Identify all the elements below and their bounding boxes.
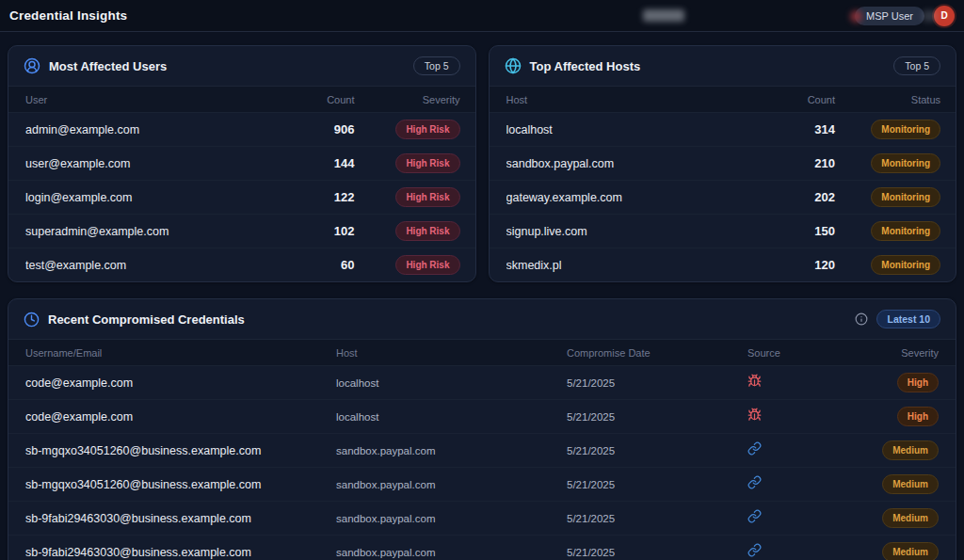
credential-host: sandbox.paypal.com [336, 513, 567, 524]
top5-badge: Top 5 [413, 56, 460, 75]
redacted-text [643, 9, 684, 22]
credential-username: sb-9fabi29463030@business.example.com [25, 546, 336, 559]
credential-row[interactable]: sb-9fabi29463030@business.example.com sa… [8, 535, 956, 560]
user-count: 60 [298, 258, 355, 272]
card-title: Most Affected Users [49, 59, 405, 73]
credential-host: localhost [336, 377, 567, 389]
link-icon [747, 441, 762, 456]
credential-username: sb-mgqxo34051260@business.example.com [25, 444, 336, 457]
credential-host: sandbox.paypal.com [336, 445, 567, 456]
link-icon [747, 543, 762, 557]
user-count: 906 [298, 122, 355, 136]
user-row[interactable]: test@example.com 60 High Risk [8, 248, 475, 281]
status-badge: Monitoring [871, 255, 940, 275]
severity-badge: High Risk [395, 255, 459, 275]
credential-date: 5/21/2025 [567, 377, 747, 389]
credential-username: sb-mgqxo34051260@business.example.com [25, 478, 336, 491]
clock-icon [24, 312, 40, 328]
severity-badge: High Risk [395, 187, 459, 207]
credential-username: code@example.com [25, 410, 336, 424]
link-icon [747, 475, 762, 489]
severity-badge: High [897, 407, 939, 426]
credential-row[interactable]: code@example.com localhost 5/21/2025 Hig… [8, 365, 956, 399]
credential-date: 5/21/2025 [567, 445, 747, 456]
credential-date: 5/21/2025 [567, 411, 747, 423]
user-row[interactable]: user@example.com 144 High Risk [8, 146, 475, 180]
most-affected-users-card: Most Affected Users Top 5 User Count Sev… [8, 45, 476, 282]
table-header: User Count Severity [8, 87, 475, 112]
user-email: user@example.com [25, 157, 298, 170]
card-title: Top Affected Hosts [530, 59, 886, 73]
severity-badge: High Risk [395, 120, 459, 139]
credential-host: localhost [336, 411, 567, 423]
status-badge: Monitoring [871, 153, 940, 173]
severity-badge: High [897, 373, 939, 392]
credential-date: 5/21/2025 [567, 479, 747, 490]
host-count: 202 [779, 190, 835, 204]
credential-date: 5/21/2025 [567, 513, 747, 524]
status-badge: Monitoring [871, 120, 940, 139]
user-row[interactable]: superadmin@example.com 102 High Risk [8, 214, 475, 248]
credential-username: code@example.com [25, 376, 336, 390]
host-name: sandbox.paypal.com [506, 157, 779, 170]
host-row[interactable]: sandbox.paypal.com 210 Monitoring [490, 146, 956, 180]
credential-host: sandbox.paypal.com [336, 479, 567, 490]
status-badge: Monitoring [871, 221, 940, 241]
host-name: localhost [506, 123, 779, 136]
link-icon [747, 509, 762, 523]
user-email: test@example.com [25, 259, 298, 272]
dashboard-main: Most Affected Users Top 5 User Count Sev… [0, 32, 964, 560]
severity-badge: Medium [882, 542, 939, 560]
user-email: login@example.com [25, 191, 298, 204]
table-header: Username/Email Host Compromise Date Sour… [8, 340, 956, 365]
top-bar: Credential Insights MSP User D [0, 0, 964, 32]
severity-badge: Medium [882, 508, 939, 528]
msp-user-badge: MSP User [855, 7, 924, 25]
user-count: 122 [298, 190, 355, 204]
user-count: 144 [298, 156, 355, 170]
user-circle-icon [24, 57, 40, 74]
globe-icon [505, 57, 522, 74]
bug-icon [747, 374, 762, 388]
host-row[interactable]: signup.live.com 150 Monitoring [490, 214, 956, 248]
user-row[interactable]: login@example.com 122 High Risk [8, 180, 475, 214]
host-name: signup.live.com [506, 225, 779, 238]
host-name: skmedix.pl [506, 259, 779, 272]
host-row[interactable]: skmedix.pl 120 Monitoring [490, 248, 956, 281]
credential-date: 5/21/2025 [567, 547, 747, 558]
latest10-badge: Latest 10 [876, 310, 940, 328]
status-badge: Monitoring [871, 187, 940, 207]
avatar[interactable]: D [934, 6, 955, 26]
host-count: 150 [779, 224, 835, 238]
top5-badge: Top 5 [893, 56, 940, 75]
user-count: 102 [298, 224, 355, 238]
page-title: Credential Insights [9, 8, 127, 23]
host-name: gateway.example.com [506, 191, 779, 204]
credential-row[interactable]: code@example.com localhost 5/21/2025 Hig… [8, 399, 956, 433]
severity-badge: Medium [882, 440, 939, 460]
severity-badge: High Risk [395, 153, 459, 173]
info-circle-icon[interactable] [855, 312, 868, 326]
host-row[interactable]: gateway.example.com 202 Monitoring [490, 180, 956, 214]
host-count: 314 [779, 122, 835, 136]
credential-host: sandbox.paypal.com [336, 547, 567, 558]
table-header: Host Count Status [490, 87, 956, 112]
host-count: 210 [779, 156, 835, 170]
severity-badge: Medium [882, 474, 939, 494]
user-email: admin@example.com [25, 123, 298, 136]
host-count: 120 [779, 258, 835, 272]
top-affected-hosts-card: Top Affected Hosts Top 5 Host Count Stat… [489, 45, 957, 282]
user-email: superadmin@example.com [25, 225, 298, 238]
bug-icon [747, 408, 762, 422]
host-row[interactable]: localhost 314 Monitoring [490, 112, 956, 146]
credential-username: sb-9fabi29463030@business.example.com [25, 512, 336, 525]
severity-badge: High Risk [395, 221, 459, 241]
card-title: Recent Compromised Credentials [48, 312, 846, 327]
credential-row[interactable]: sb-mgqxo34051260@business.example.com sa… [8, 467, 956, 501]
credential-row[interactable]: sb-9fabi29463030@business.example.com sa… [8, 501, 956, 535]
recent-compromised-credentials-card: Recent Compromised Credentials Latest 10… [8, 298, 956, 560]
user-row[interactable]: admin@example.com 906 High Risk [8, 112, 475, 146]
credential-row[interactable]: sb-mgqxo34051260@business.example.com sa… [8, 433, 956, 467]
